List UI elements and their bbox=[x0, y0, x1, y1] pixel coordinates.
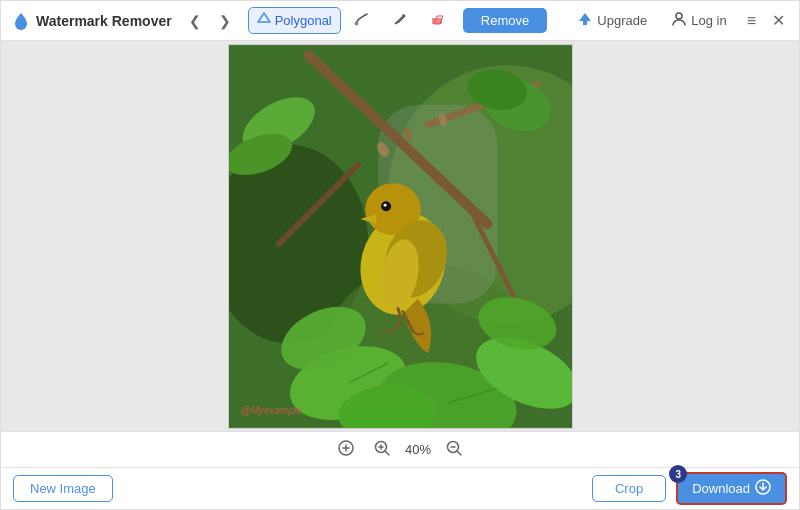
download-icon bbox=[755, 479, 771, 498]
download-label: Download bbox=[692, 481, 750, 496]
close-icon: ✕ bbox=[772, 12, 785, 29]
bottom-right: Crop 3 Download bbox=[592, 472, 787, 505]
zoom-out-icon bbox=[445, 443, 463, 460]
login-button[interactable]: Log in bbox=[663, 7, 734, 34]
watermark-text: @Myexample bbox=[241, 405, 302, 416]
zoom-in-button[interactable] bbox=[369, 437, 395, 463]
back-button[interactable]: ❮ bbox=[184, 10, 206, 32]
svg-point-3 bbox=[676, 13, 682, 19]
back-icon: ❮ bbox=[189, 13, 201, 29]
forward-icon: ❯ bbox=[219, 13, 231, 29]
polygonal-tool-button[interactable]: Polygonal bbox=[248, 7, 341, 34]
close-button[interactable]: ✕ bbox=[768, 9, 789, 32]
menu-button[interactable]: ≡ bbox=[743, 10, 760, 32]
svg-marker-0 bbox=[258, 13, 270, 22]
header: Watermark Remover ❮ ❯ Polygonal bbox=[1, 1, 799, 41]
bottom-bar: New Image Crop 3 Download bbox=[1, 467, 799, 509]
menu-icon: ≡ bbox=[747, 12, 756, 29]
user-icon bbox=[671, 11, 687, 30]
forward-button[interactable]: ❯ bbox=[214, 10, 236, 32]
svg-point-29 bbox=[383, 203, 386, 206]
erase-tool-button[interactable] bbox=[421, 6, 455, 35]
erase-icon bbox=[430, 11, 446, 30]
header-right: Upgrade Log in ≡ ✕ bbox=[569, 7, 789, 34]
download-button[interactable]: Download bbox=[676, 472, 787, 505]
pen-icon bbox=[392, 11, 408, 30]
zoom-in-icon bbox=[373, 443, 391, 460]
tool-group: Polygonal bbox=[248, 6, 455, 35]
brush-icon bbox=[354, 11, 370, 30]
canvas-area: @Myexample bbox=[1, 41, 799, 431]
polygonal-tool-label: Polygonal bbox=[275, 13, 332, 28]
reset-zoom-icon bbox=[337, 443, 355, 460]
bird-image: @Myexample bbox=[228, 44, 573, 429]
zoom-value: 40% bbox=[405, 442, 431, 457]
pen-tool-button[interactable] bbox=[383, 6, 417, 35]
polygonal-icon bbox=[257, 12, 271, 29]
new-image-button[interactable]: New Image bbox=[13, 475, 113, 502]
zoom-bar: 40% bbox=[1, 431, 799, 467]
logo-icon bbox=[11, 11, 31, 31]
svg-point-1 bbox=[354, 22, 358, 26]
image-container: @Myexample bbox=[228, 44, 573, 429]
login-label: Log in bbox=[691, 13, 726, 28]
upgrade-icon bbox=[577, 11, 593, 30]
crop-button[interactable]: Crop bbox=[592, 475, 666, 502]
app-name: Watermark Remover bbox=[36, 13, 172, 29]
zoom-out-button[interactable] bbox=[441, 437, 467, 463]
upgrade-button[interactable]: Upgrade bbox=[569, 7, 655, 34]
brush-tool-button[interactable] bbox=[345, 6, 379, 35]
remove-button[interactable]: Remove bbox=[463, 8, 547, 33]
download-wrapper: 3 Download bbox=[676, 472, 787, 505]
app-logo: Watermark Remover bbox=[11, 11, 172, 31]
upgrade-label: Upgrade bbox=[597, 13, 647, 28]
reset-zoom-button[interactable] bbox=[333, 437, 359, 463]
